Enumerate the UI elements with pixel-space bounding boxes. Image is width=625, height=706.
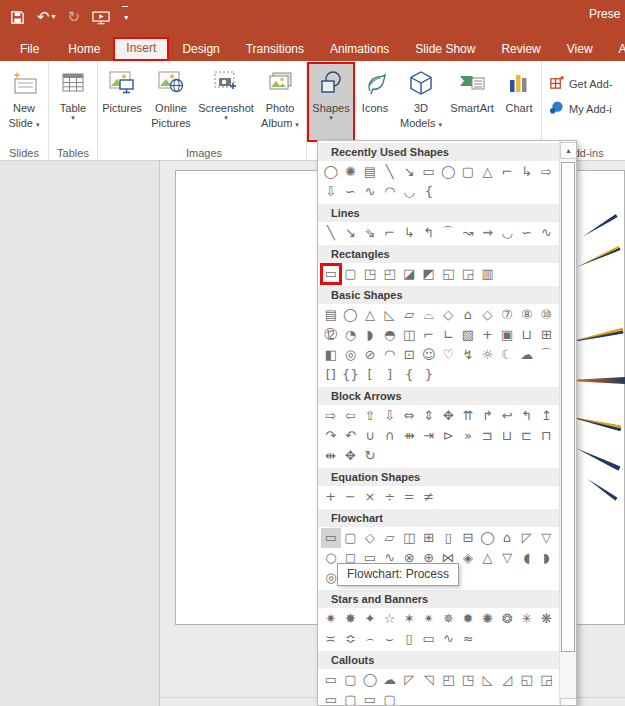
shape-flowchart-process[interactable]: ▭	[321, 528, 341, 548]
shape-freeform-shape[interactable]: ∽	[517, 223, 537, 243]
tab-a[interactable]: A	[606, 38, 625, 61]
shape-curved-double-arrow-connector[interactable]: ⇝	[478, 223, 498, 243]
shape-arrow-left-up[interactable]: ↰	[517, 406, 537, 426]
shape-diamond[interactable]: ◇	[439, 305, 459, 325]
shape-line-callout-2-no-border[interactable]: ◺	[478, 670, 498, 690]
shape-double-brace[interactable]: {}	[341, 365, 361, 385]
shape-left-brace[interactable]: {	[419, 182, 439, 202]
my-addins-button[interactable]: My Add-i	[549, 100, 613, 117]
shape-flowchart-internal-storage[interactable]: ⊞	[419, 528, 439, 548]
shape-star-16-points[interactable]: ❂	[497, 609, 517, 629]
shape-heart[interactable]: ♡	[439, 345, 459, 365]
shape-arrow-curved-up[interactable]: ∩	[380, 426, 400, 446]
shape-flowchart-extract[interactable]: △	[478, 548, 498, 568]
smartart-button[interactable]: SmartArt	[446, 63, 498, 141]
tab-review[interactable]: Review	[488, 38, 553, 61]
shape-trapezoid[interactable]: ⌓	[419, 305, 439, 325]
shape-cross[interactable]: +	[478, 325, 498, 345]
icons-button[interactable]: Icons	[354, 63, 396, 141]
shape-callout-left-right-arrow[interactable]: ⇹	[321, 446, 341, 466]
shape-regular-pentagon[interactable]: ⌂	[458, 305, 478, 325]
shape-flowchart-sort[interactable]: ◈	[458, 548, 478, 568]
shape-line-callout-2-accent-bar[interactable]: ▢	[341, 690, 361, 705]
shape-line-callout-2[interactable]: ◹	[419, 670, 439, 690]
shape-star-16-points[interactable]: ✺	[341, 162, 361, 182]
tab-insert[interactable]: Insert	[113, 37, 169, 61]
shape-decagon[interactable]: ⑩	[537, 305, 557, 325]
shape-right-brace[interactable]: }	[419, 365, 439, 385]
shape-scribble[interactable]: ∿	[360, 182, 380, 202]
shape-curve[interactable]: ◡	[399, 182, 419, 202]
shape-thought-bubble-cloud[interactable]: ☁	[380, 670, 400, 690]
shape-flowchart-merge[interactable]: ▽	[497, 548, 517, 568]
shape-rectangle-diagonal-corners-snipped[interactable]: ◪	[399, 264, 419, 284]
shape-line-callout-1[interactable]: ◸	[399, 670, 419, 690]
shape-flowchart-document[interactable]: ▯	[439, 528, 459, 548]
shape-chord[interactable]: ◓	[380, 325, 400, 345]
shape-rectangle-single-corner-snipped[interactable]: ◳	[360, 264, 380, 284]
shape-star-7-points[interactable]: ✴	[419, 609, 439, 629]
shape-elbow-arrow-connector[interactable]: ↳	[517, 162, 537, 182]
shape-star-24-points[interactable]: ✳	[517, 609, 537, 629]
shape-line-callout-4-accent-bar[interactable]: ▢	[380, 690, 400, 705]
shape-no-symbol[interactable]: ⊘	[360, 345, 380, 365]
shape-rectangle-top-corners-snipped[interactable]: ◰	[380, 264, 400, 284]
shape-flowchart-manual-operation[interactable]: ▽	[537, 528, 557, 548]
shape-arrow-curved-left[interactable]: ↶	[341, 426, 361, 446]
shape-explosion-8-points[interactable]: ✷	[321, 609, 341, 629]
tab-design[interactable]: Design	[169, 38, 232, 61]
shape-arrow-bent-up[interactable]: ↥	[537, 406, 557, 426]
online-pictures-button[interactable]: Online Pictures	[145, 63, 197, 141]
save-icon[interactable]	[10, 10, 25, 25]
shape-flowchart-predefined-process[interactable]: ◫	[399, 528, 419, 548]
shape-arrow-curved-down[interactable]: ∪	[360, 426, 380, 446]
shape-arrow-chevron[interactable]: »	[458, 426, 478, 446]
shape-teardrop[interactable]: ◗	[360, 325, 380, 345]
shape-oval[interactable]: ◯	[321, 162, 341, 182]
shape-flowchart-preparation[interactable]: ⌂	[497, 528, 517, 548]
shape-curve[interactable]: ◡	[497, 223, 517, 243]
undo-caret-icon[interactable]: ▾	[52, 6, 56, 28]
shape-arrow-pentagon[interactable]: ⊳	[439, 426, 459, 446]
shape-donut[interactable]: ◎	[341, 345, 361, 365]
shape-explosion-14-points[interactable]: ✸	[341, 609, 361, 629]
shape-line-callout-3-accent-bar[interactable]: ▭	[360, 690, 380, 705]
shape-arc[interactable]: ◠	[380, 182, 400, 202]
shape-rectangle-single-corner-rounded[interactable]: ◩	[419, 264, 439, 284]
tab-home[interactable]: Home	[55, 38, 113, 61]
shape-arrow-up-down[interactable]: ⇕	[419, 406, 439, 426]
shape-math-division[interactable]: ÷	[380, 487, 400, 507]
shape-callout-left-arrow[interactable]: ⊏	[517, 426, 537, 446]
shape-half-frame[interactable]: ⌐	[419, 325, 439, 345]
shape-flowchart-stored-data[interactable]: ◖	[517, 548, 537, 568]
tab-file[interactable]: File	[4, 38, 55, 61]
shape-isosceles-triangle[interactable]: △	[360, 305, 380, 325]
shape-rectangle-top-corners-one-rounded-and-one-snipped[interactable]: ▥	[478, 264, 498, 284]
shape-line[interactable]: ╲	[380, 162, 400, 182]
shape-speech-bubble-oval[interactable]: ◯	[360, 670, 380, 690]
shape-callout-up-arrow[interactable]: ⊓	[537, 426, 557, 446]
shape-arrow-up[interactable]: ⇧	[360, 406, 380, 426]
shape-callout-down-arrow[interactable]: ⊔	[497, 426, 517, 446]
shape-rounded-rectangle[interactable]: ▢	[458, 162, 478, 182]
shape-rectangle-top-corners-rounded[interactable]: ◱	[439, 264, 459, 284]
shape-ribbon-curved-and-tilted-up[interactable]: ⌢	[360, 629, 380, 649]
scrollbar-down-icon[interactable]: ▼	[560, 698, 577, 706]
shape-ribbon-tilted-up[interactable]: ≍	[321, 629, 341, 649]
start-presentation-icon[interactable]	[92, 10, 110, 25]
shape-dodecagon[interactable]: ⑫	[321, 325, 341, 345]
shape-text-box[interactable]: ▤	[360, 162, 380, 182]
tab-animations[interactable]: Animations	[317, 38, 402, 61]
table-button[interactable]: Table ▾	[50, 63, 96, 141]
shape-cube[interactable]: ⊞	[537, 325, 557, 345]
get-addins-button[interactable]: Get Add-	[549, 75, 613, 92]
shape-arrow-left[interactable]: ⇦	[341, 406, 361, 426]
shape-arrow-left-right[interactable]: ⇔	[399, 406, 419, 426]
shape-wave[interactable]: ∿	[439, 629, 459, 649]
tab-transitions[interactable]: Transitions	[233, 38, 317, 61]
shape-flowchart-manual-input[interactable]: ◸	[517, 528, 537, 548]
shape-lightning-bolt[interactable]: ↯	[458, 345, 478, 365]
shape-oval[interactable]: ◯	[341, 305, 361, 325]
shape-curved-connector[interactable]: ⌒	[439, 223, 459, 243]
shape-arrow-down[interactable]: ⇩	[380, 406, 400, 426]
